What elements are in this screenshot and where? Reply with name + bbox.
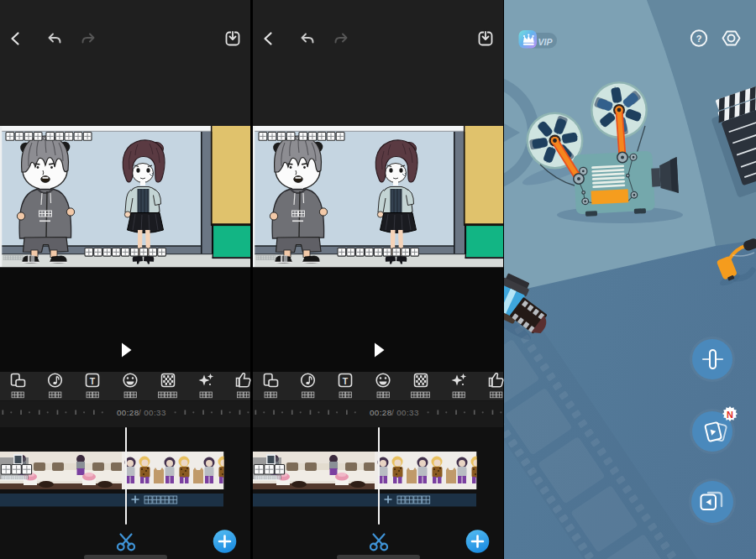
svg-text:?: ? (696, 34, 702, 44)
svg-text:N: N (727, 410, 733, 420)
svg-text:VIP: VIP (538, 37, 554, 47)
